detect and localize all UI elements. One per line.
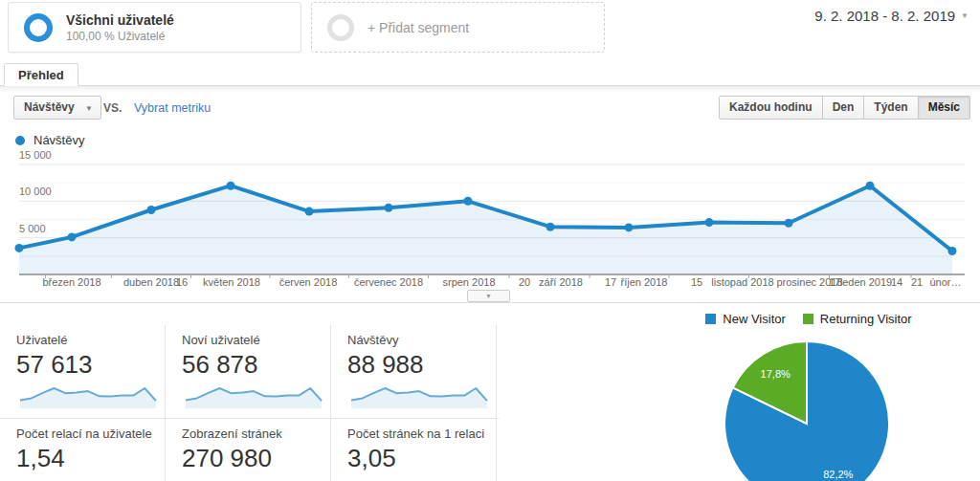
- select-metric-link[interactable]: Vybrat metriku: [134, 101, 211, 115]
- scorecard-sparkline: [182, 477, 325, 481]
- svg-text:září 2018: září 2018: [539, 276, 583, 288]
- svg-text:listopad 2018: listopad 2018: [711, 276, 773, 288]
- tab-shadow: [0, 86, 980, 93]
- scorecard-value: 1,54: [16, 444, 165, 473]
- scorecard-sparkline: [182, 383, 325, 408]
- metric-dropdown[interactable]: Návštěvy ▼: [13, 96, 101, 120]
- svg-text:5 000: 5 000: [19, 223, 46, 234]
- svg-text:červenec 2018: červenec 2018: [354, 276, 423, 288]
- scorecard-label: Zobrazení stránek: [182, 426, 330, 441]
- segment-all-users[interactable]: Všichni uživatelé 100,00 % Uživatelé: [8, 2, 301, 53]
- scorecard-label: Návštěvy: [347, 333, 496, 347]
- svg-text:17: 17: [829, 276, 840, 288]
- svg-text:květen 2018: květen 2018: [203, 276, 260, 288]
- scorecard-sparkline: [16, 383, 160, 408]
- granularity-button-group: Každou hodinuDenTýdenMěsíc: [719, 96, 970, 120]
- chevron-down-icon: ▼: [485, 293, 492, 299]
- svg-text:duben 2018: duben 2018: [123, 276, 179, 288]
- segment-title: Všichni uživatelé: [66, 12, 174, 28]
- svg-text:leden 2019: leden 2019: [840, 276, 892, 288]
- scorecard-row: Uživatelé57 613Noví uživatelé56 878Návšt…: [0, 325, 499, 419]
- add-segment-label: + Přidat segment: [368, 20, 469, 35]
- pie-legend-item: New Visitor: [705, 312, 786, 326]
- pie-legend-item: Returning Visitor: [803, 312, 912, 326]
- add-segment-button[interactable]: + Přidat segment: [311, 2, 605, 53]
- segment-subtitle: 100,00 % Uživatelé: [66, 30, 174, 43]
- svg-text:82,2%: 82,2%: [823, 469, 853, 480]
- chart-bottom-rule: [0, 302, 980, 303]
- scorecard-row: Počet relací na uživatele1,54Zobrazení s…: [0, 419, 499, 481]
- svg-text:březen 2018: březen 2018: [42, 276, 100, 288]
- metric-dropdown-value: Návštěvy: [24, 100, 75, 114]
- scorecard-label: Noví uživatelé: [182, 333, 330, 347]
- scorecard-value: 270 980: [182, 444, 330, 473]
- scorecard: Návštěvy88 988: [331, 325, 497, 418]
- granularity-button[interactable]: Den: [822, 96, 865, 120]
- scorecard: Noví uživatelé56 878: [166, 325, 331, 418]
- scorecard: Uživatelé57 613: [0, 325, 166, 418]
- segment-donut-placeholder-icon: [327, 14, 354, 41]
- svg-text:16: 16: [176, 276, 188, 288]
- svg-text:10 000: 10 000: [19, 186, 52, 197]
- scorecards: Uživatelé57 613Noví uživatelé56 878Návšt…: [0, 325, 499, 481]
- date-range-selector[interactable]: 9. 2. 2018 - 8. 2. 2019 ▼: [814, 8, 969, 24]
- vs-label: vs.: [103, 101, 122, 115]
- segment-donut-icon: [24, 13, 53, 42]
- scorecard: Zobrazení stránek270 980: [166, 419, 331, 481]
- scorecard-label: Uživatelé: [16, 333, 165, 347]
- chevron-down-icon: ▼: [961, 11, 969, 20]
- chart-expander-handle[interactable]: ▼: [467, 290, 510, 302]
- svg-text:21: 21: [911, 276, 923, 288]
- date-range-text: 9. 2. 2018 - 8. 2. 2019: [814, 8, 955, 24]
- pie-legend-label: New Visitor: [723, 312, 786, 326]
- svg-text:srpen 2018: srpen 2018: [442, 276, 495, 288]
- granularity-button[interactable]: Týden: [863, 96, 918, 120]
- scorecard-value: 56 878: [182, 350, 330, 380]
- granularity-button[interactable]: Každou hodinu: [719, 96, 823, 120]
- svg-text:říjen 2018: říjen 2018: [621, 276, 668, 288]
- svg-text:15 000: 15 000: [19, 149, 52, 161]
- scorecard-sparkline: [347, 383, 491, 408]
- svg-text:červen 2018: červen 2018: [279, 276, 338, 288]
- visitor-type-pie-chart[interactable]: 82,2%17,8%: [713, 335, 914, 481]
- legend-swatch-icon: [803, 314, 813, 324]
- legend-swatch-icon: [705, 314, 716, 324]
- scorecard: Počet stránek na 1 relaci3,05: [331, 419, 497, 481]
- scorecard-sparkline: [16, 477, 160, 481]
- svg-text:únor…: únor…: [929, 276, 961, 288]
- scorecard-sparkline: [347, 477, 491, 481]
- scorecard: Počet relací na uživatele1,54: [0, 419, 166, 481]
- svg-text:17,8%: 17,8%: [761, 368, 791, 380]
- pie-legend-label: Returning Visitor: [820, 312, 912, 326]
- chevron-down-icon: ▼: [85, 104, 93, 113]
- tab-overview[interactable]: Přehled: [4, 63, 78, 86]
- scorecard-label: Počet stránek na 1 relaci: [347, 426, 496, 441]
- svg-text:20: 20: [519, 276, 530, 288]
- scorecard-value: 57 613: [16, 350, 165, 380]
- pie-legend: New VisitorReturning Visitor: [670, 312, 947, 326]
- scorecard-value: 88 988: [347, 350, 496, 380]
- svg-text:15: 15: [691, 276, 702, 288]
- svg-text:14: 14: [891, 276, 902, 288]
- granularity-button[interactable]: Měsíc: [918, 96, 970, 120]
- scorecard-value: 3,05: [347, 444, 496, 473]
- scorecard-label: Počet relací na uživatele: [16, 426, 165, 441]
- visits-line-chart[interactable]: 5 00010 00015 000březen 2018duben 201816…: [0, 143, 980, 306]
- svg-text:17: 17: [605, 276, 616, 288]
